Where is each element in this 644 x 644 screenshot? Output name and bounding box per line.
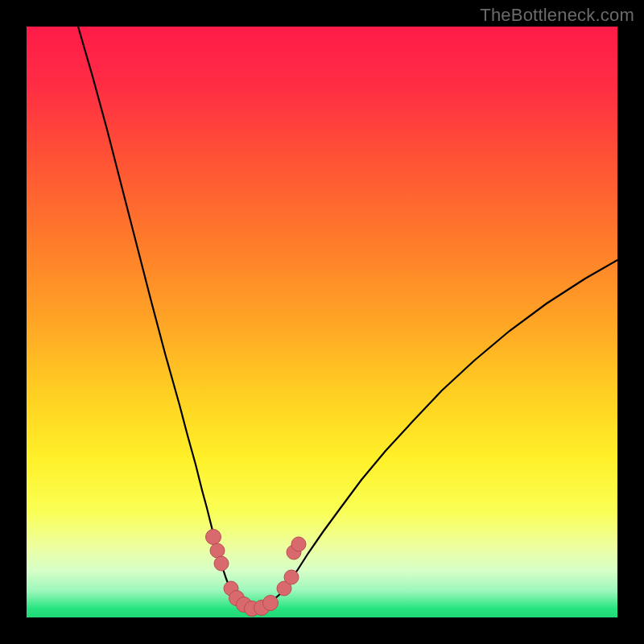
svg-rect-0 [27,27,617,617]
watermark-text: TheBottleneck.com [480,5,634,26]
plot-area [27,27,617,617]
heat-gradient [27,27,617,617]
chart-frame: TheBottleneck.com [0,0,644,644]
